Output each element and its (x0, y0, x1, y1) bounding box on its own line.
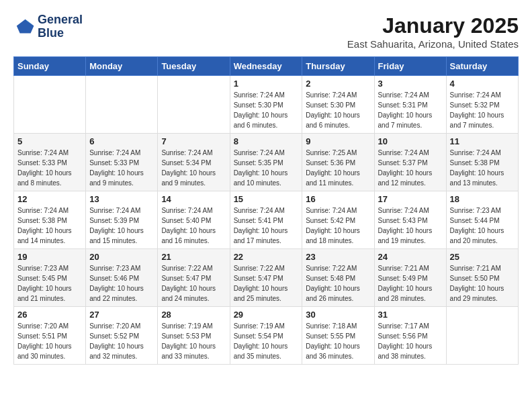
title-block: January 2025 East Sahuarita, Arizona, Un… (347, 13, 519, 50)
day-info: Sunrise: 7:24 AM Sunset: 5:32 PM Dayligh… (450, 90, 515, 130)
calendar-cell: 24Sunrise: 7:21 AM Sunset: 5:49 PM Dayli… (374, 249, 446, 307)
month-title: January 2025 (347, 13, 519, 38)
weekday-header-tuesday: Tuesday (158, 57, 230, 76)
day-number: 13 (89, 194, 154, 204)
day-info: Sunrise: 7:22 AM Sunset: 5:47 PM Dayligh… (161, 263, 226, 304)
day-info: Sunrise: 7:22 AM Sunset: 5:48 PM Dayligh… (306, 263, 370, 304)
day-number: 15 (234, 194, 299, 204)
day-number: 2 (306, 79, 370, 89)
day-info: Sunrise: 7:21 AM Sunset: 5:49 PM Dayligh… (378, 263, 443, 304)
day-number: 26 (17, 310, 82, 320)
calendar-week-4: 19Sunrise: 7:23 AM Sunset: 5:45 PM Dayli… (14, 249, 519, 307)
day-number: 3 (378, 79, 443, 89)
day-info: Sunrise: 7:24 AM Sunset: 5:39 PM Dayligh… (89, 205, 154, 246)
day-info: Sunrise: 7:22 AM Sunset: 5:47 PM Dayligh… (234, 263, 299, 304)
day-number: 22 (234, 252, 299, 262)
calendar-cell (158, 76, 230, 134)
calendar-cell: 25Sunrise: 7:21 AM Sunset: 5:50 PM Dayli… (446, 249, 518, 307)
weekday-header-sunday: Sunday (14, 57, 86, 76)
day-info: Sunrise: 7:19 AM Sunset: 5:53 PM Dayligh… (161, 321, 226, 361)
calendar-cell: 19Sunrise: 7:23 AM Sunset: 5:45 PM Dayli… (14, 249, 86, 307)
day-info: Sunrise: 7:23 AM Sunset: 5:45 PM Dayligh… (17, 263, 82, 304)
day-info: Sunrise: 7:24 AM Sunset: 5:34 PM Dayligh… (161, 148, 226, 188)
logo-icon (13, 16, 35, 38)
day-number: 5 (17, 136, 82, 146)
calendar-cell: 16Sunrise: 7:24 AM Sunset: 5:42 PM Dayli… (302, 191, 374, 249)
day-number: 18 (450, 194, 515, 204)
day-number: 8 (234, 136, 299, 146)
calendar-cell: 23Sunrise: 7:22 AM Sunset: 5:48 PM Dayli… (302, 249, 374, 307)
day-number: 28 (161, 310, 226, 320)
day-number: 1 (234, 79, 299, 89)
calendar-week-2: 5Sunrise: 7:24 AM Sunset: 5:33 PM Daylig… (14, 134, 519, 191)
calendar-cell (446, 307, 518, 365)
weekday-header-wednesday: Wednesday (230, 57, 302, 76)
calendar-cell: 10Sunrise: 7:24 AM Sunset: 5:37 PM Dayli… (374, 134, 446, 191)
day-info: Sunrise: 7:24 AM Sunset: 5:38 PM Dayligh… (450, 148, 515, 188)
calendar-cell: 22Sunrise: 7:22 AM Sunset: 5:47 PM Dayli… (230, 249, 302, 307)
day-number: 14 (161, 194, 226, 204)
calendar-cell (86, 76, 158, 134)
day-number: 31 (378, 310, 443, 320)
day-info: Sunrise: 7:23 AM Sunset: 5:44 PM Dayligh… (450, 205, 515, 246)
day-number: 6 (89, 136, 154, 146)
day-info: Sunrise: 7:24 AM Sunset: 5:33 PM Dayligh… (89, 148, 154, 188)
day-info: Sunrise: 7:24 AM Sunset: 5:43 PM Dayligh… (378, 205, 443, 246)
calendar-table: SundayMondayTuesdayWednesdayThursdayFrid… (13, 56, 519, 365)
weekday-header-friday: Friday (374, 57, 446, 76)
weekday-header-monday: Monday (86, 57, 158, 76)
calendar-week-1: 1Sunrise: 7:24 AM Sunset: 5:30 PM Daylig… (14, 76, 519, 134)
calendar-cell: 2Sunrise: 7:24 AM Sunset: 5:30 PM Daylig… (302, 76, 374, 134)
day-info: Sunrise: 7:17 AM Sunset: 5:56 PM Dayligh… (378, 321, 443, 361)
day-number: 16 (306, 194, 370, 204)
calendar-cell: 12Sunrise: 7:24 AM Sunset: 5:38 PM Dayli… (14, 191, 86, 249)
calendar-cell: 17Sunrise: 7:24 AM Sunset: 5:43 PM Dayli… (374, 191, 446, 249)
day-info: Sunrise: 7:24 AM Sunset: 5:30 PM Dayligh… (234, 90, 299, 130)
day-number: 27 (89, 310, 154, 320)
day-number: 25 (450, 252, 515, 262)
day-number: 12 (17, 194, 82, 204)
calendar-cell: 21Sunrise: 7:22 AM Sunset: 5:47 PM Dayli… (158, 249, 230, 307)
calendar-cell: 28Sunrise: 7:19 AM Sunset: 5:53 PM Dayli… (158, 307, 230, 365)
day-info: Sunrise: 7:24 AM Sunset: 5:31 PM Dayligh… (378, 90, 443, 130)
calendar-cell: 14Sunrise: 7:24 AM Sunset: 5:40 PM Dayli… (158, 191, 230, 249)
day-info: Sunrise: 7:25 AM Sunset: 5:36 PM Dayligh… (306, 148, 370, 188)
calendar-cell: 27Sunrise: 7:20 AM Sunset: 5:52 PM Dayli… (86, 307, 158, 365)
day-number: 11 (450, 136, 515, 146)
calendar-week-5: 26Sunrise: 7:20 AM Sunset: 5:51 PM Dayli… (14, 307, 519, 365)
day-info: Sunrise: 7:24 AM Sunset: 5:42 PM Dayligh… (306, 205, 370, 246)
day-info: Sunrise: 7:24 AM Sunset: 5:40 PM Dayligh… (161, 205, 226, 246)
day-info: Sunrise: 7:18 AM Sunset: 5:55 PM Dayligh… (306, 321, 370, 361)
calendar-cell: 26Sunrise: 7:20 AM Sunset: 5:51 PM Dayli… (14, 307, 86, 365)
calendar-cell: 30Sunrise: 7:18 AM Sunset: 5:55 PM Dayli… (302, 307, 374, 365)
page-header: General Blue January 2025 East Sahuarita… (13, 13, 519, 50)
calendar-cell (14, 76, 86, 134)
day-number: 24 (378, 252, 443, 262)
day-info: Sunrise: 7:23 AM Sunset: 5:46 PM Dayligh… (89, 263, 154, 304)
day-number: 23 (306, 252, 370, 262)
day-number: 17 (378, 194, 443, 204)
calendar-cell: 3Sunrise: 7:24 AM Sunset: 5:31 PM Daylig… (374, 76, 446, 134)
day-number: 21 (161, 252, 226, 262)
day-number: 10 (378, 136, 443, 146)
svg-marker-0 (17, 19, 34, 34)
day-info: Sunrise: 7:21 AM Sunset: 5:50 PM Dayligh… (450, 263, 515, 304)
weekday-header-thursday: Thursday (302, 57, 374, 76)
day-info: Sunrise: 7:19 AM Sunset: 5:54 PM Dayligh… (234, 321, 299, 361)
calendar-cell: 8Sunrise: 7:24 AM Sunset: 5:35 PM Daylig… (230, 134, 302, 191)
location-subtitle: East Sahuarita, Arizona, United States (347, 38, 519, 50)
logo: General Blue (13, 13, 83, 40)
day-info: Sunrise: 7:24 AM Sunset: 5:38 PM Dayligh… (17, 205, 82, 246)
calendar-week-3: 12Sunrise: 7:24 AM Sunset: 5:38 PM Dayli… (14, 191, 519, 249)
day-info: Sunrise: 7:24 AM Sunset: 5:37 PM Dayligh… (378, 148, 443, 188)
calendar-cell: 11Sunrise: 7:24 AM Sunset: 5:38 PM Dayli… (446, 134, 518, 191)
day-number: 9 (306, 136, 370, 146)
day-info: Sunrise: 7:24 AM Sunset: 5:30 PM Dayligh… (306, 90, 370, 130)
day-info: Sunrise: 7:24 AM Sunset: 5:33 PM Dayligh… (17, 148, 82, 188)
day-number: 19 (17, 252, 82, 262)
day-number: 30 (306, 310, 370, 320)
calendar-cell: 29Sunrise: 7:19 AM Sunset: 5:54 PM Dayli… (230, 307, 302, 365)
day-number: 20 (89, 252, 154, 262)
calendar-cell: 6Sunrise: 7:24 AM Sunset: 5:33 PM Daylig… (86, 134, 158, 191)
calendar-cell: 18Sunrise: 7:23 AM Sunset: 5:44 PM Dayli… (446, 191, 518, 249)
